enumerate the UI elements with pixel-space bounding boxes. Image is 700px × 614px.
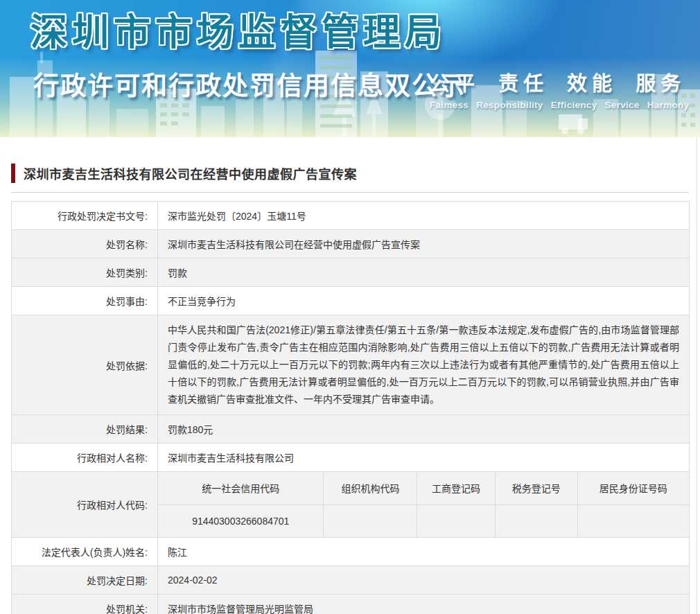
slogan-chinese: 公平 责任 效能 服务 和谐 (430, 67, 700, 96)
code-column-value: 914403003266084701 (158, 505, 324, 537)
code-column-value (577, 505, 689, 537)
agency-title: 深圳市市场监督管理局 (30, 12, 446, 53)
code-column-header: 居民身份证号码 (577, 472, 689, 505)
table-row: 处罚依据:中华人民共和国广告法(2021修正)/第五章法律责任/第五十五条/第一… (12, 315, 690, 415)
banner-subtitle: 行政许可和行政处罚信用信息双公示 (33, 65, 466, 103)
site-banner: 深圳市市场监督管理局 行政许可和行政处罚信用信息双公示 公平 责任 效能 服务 … (0, 0, 700, 137)
row-value: 深圳市麦吉生活科技有限公司在经营中使用虚假广告宣传案 (158, 230, 690, 258)
table-row: 处罚决定日期:2024-02-02 (12, 566, 690, 595)
title-accent-bar (11, 164, 15, 183)
code-value-row: 914403003266084701 (158, 505, 689, 537)
row-label: 处罚结果: (12, 415, 158, 444)
code-column-value (324, 505, 417, 537)
code-column-header: 工商登记码 (417, 472, 496, 505)
row-value: 统一社会信用代码组织机构代码工商登记码税务登记号居民身份证号码914403003… (158, 472, 690, 538)
table-row: 行政相对人代码:统一社会信用代码组织机构代码工商登记码税务登记号居民身份证号码9… (12, 472, 690, 538)
table-row: 法定代表人(负责人)姓名:陈江 (12, 538, 690, 566)
row-value: 深圳市麦吉生活科技有限公司 (158, 444, 690, 472)
case-title-block: 深圳市麦吉生活科技有限公司在经营中使用虚假广告宣传案 (11, 164, 689, 183)
row-label: 处罚机关: (12, 595, 158, 614)
row-value: 中华人民共和国广告法(2021修正)/第五章法律责任/第五十五条/第一款违反本法… (158, 315, 690, 415)
row-label: 法定代表人(负责人)姓名: (12, 538, 158, 566)
table-row: 处罚名称:深圳市麦吉生活科技有限公司在经营中使用虚假广告宣传案 (12, 230, 690, 258)
row-value: 罚款 (158, 258, 690, 287)
code-column-header: 统一社会信用代码 (158, 472, 324, 505)
row-label: 处罚事由: (12, 287, 158, 315)
row-value: 2024-02-02 (158, 566, 690, 595)
row-label: 处罚依据: (12, 315, 158, 415)
entity-code-table: 统一社会信用代码组织机构代码工商登记码税务登记号居民身份证号码914403003… (158, 472, 689, 537)
row-label: 处罚决定日期: (12, 566, 158, 595)
row-label: 行政相对人代码: (12, 472, 158, 538)
row-value: 陈江 (158, 538, 690, 566)
table-row: 行政处罚决定书文号:深市监光处罚〔2024〕玉塘11号 (12, 202, 690, 230)
slogan-block: 公平 责任 效能 服务 和谐 Faimess Responsibility Ef… (430, 67, 700, 110)
penalty-info-table: 行政处罚决定书文号:深市监光处罚〔2024〕玉塘11号处罚名称:深圳市麦吉生活科… (11, 201, 690, 614)
table-row: 处罚类别:罚款 (12, 258, 690, 287)
table-row: 处罚机关:深圳市市场监督管理局光明监管局 (12, 595, 690, 614)
row-value: 深市监光处罚〔2024〕玉塘11号 (158, 202, 690, 230)
row-label: 行政处罚决定书文号: (12, 202, 158, 230)
row-label: 行政相对人名称: (12, 444, 158, 472)
table-row: 处罚结果:罚款180元 (12, 415, 690, 444)
row-value: 深圳市市场监督管理局光明监管局 (158, 595, 690, 614)
code-header-row: 统一社会信用代码组织机构代码工商登记码税务登记号居民身份证号码 (158, 472, 689, 505)
code-column-header: 税务登记号 (495, 472, 577, 505)
table-row: 行政相对人名称:深圳市麦吉生活科技有限公司 (12, 444, 690, 472)
row-label: 处罚类别: (12, 258, 158, 287)
row-label: 处罚名称: (12, 230, 158, 258)
code-column-value (495, 505, 577, 537)
main-content: 深圳市麦吉生活科技有限公司在经营中使用虚假广告宣传案 行政处罚决定书文号:深市监… (0, 164, 700, 614)
slogan-english: Faimess Responsibility Efficiency Servic… (430, 100, 700, 110)
table-row: 处罚事由:不正当竞争行为 (12, 287, 690, 315)
case-title: 深圳市麦吉生活科技有限公司在经营中使用虚假广告宣传案 (24, 164, 357, 182)
code-column-value (417, 505, 496, 537)
code-column-header: 组织机构代码 (324, 472, 417, 505)
row-value: 罚款180元 (158, 415, 690, 444)
row-value: 不正当竞争行为 (158, 287, 690, 315)
title-divider (11, 192, 689, 193)
